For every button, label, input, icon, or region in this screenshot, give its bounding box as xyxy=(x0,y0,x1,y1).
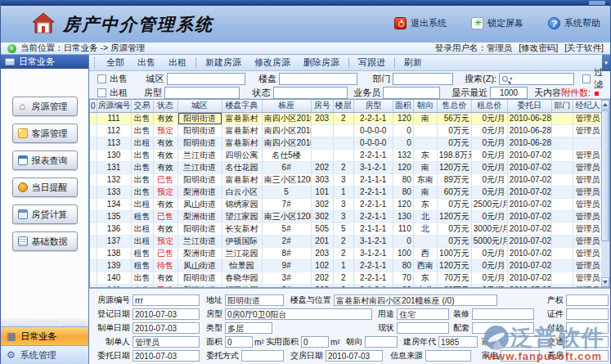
cell-facing[interactable]: 南 xyxy=(413,161,437,173)
cell-rent[interactable]: 2500元/月 xyxy=(471,198,507,210)
cell-attach[interactable] xyxy=(90,173,97,186)
cell-dept[interactable] xyxy=(551,259,573,272)
cell-code[interactable]: 136 xyxy=(97,222,131,235)
cell-status[interactable]: 已售 xyxy=(153,210,177,222)
cell-room[interactable]: 302 xyxy=(311,198,333,210)
toolbar-item-all[interactable]: 全部 xyxy=(100,55,131,70)
cell-sale[interactable]: 120万元 xyxy=(437,161,471,173)
cell-date[interactable]: 2010-07-02 xyxy=(507,173,551,186)
cell-agent[interactable]: 管理员 xyxy=(573,222,602,235)
scroll-thumb[interactable] xyxy=(601,110,609,241)
cell-attach[interactable] xyxy=(90,149,97,161)
cell-sale[interactable]: 120万元 xyxy=(437,210,471,222)
sidebar-button-loan-calc[interactable]: 房贷计算 xyxy=(12,204,78,224)
cell-status[interactable]: 已售 xyxy=(153,247,177,259)
cell-layout[interactable]: 0-0-0-0 xyxy=(353,137,393,149)
cell-status[interactable]: 待售 xyxy=(153,259,177,272)
cell-facing[interactable]: 东 xyxy=(413,198,437,210)
cell-area[interactable]: 120 xyxy=(393,161,413,173)
cell-rent[interactable]: 3000元/月 xyxy=(471,222,507,235)
cell-facing[interactable] xyxy=(413,137,437,149)
detail-input-furniture[interactable] xyxy=(501,336,540,348)
column-header-status[interactable]: 状态 xyxy=(153,100,177,112)
cell-floor[interactable]: 2 xyxy=(333,247,353,259)
table-row[interactable]: 111出售有效阳明街道富巷新村南四小区201幢20322-2-1-1120南56… xyxy=(90,112,603,124)
cell-date[interactable]: 2010-06-28 xyxy=(507,137,551,149)
cell-layout[interactable]: 2-2-1-1 xyxy=(353,210,393,222)
column-header-area[interactable]: 面积 xyxy=(393,100,413,112)
cell-area[interactable]: 80 xyxy=(393,259,413,272)
column-header-rent[interactable]: 租总价 xyxy=(471,100,507,112)
cell-block[interactable]: 5# xyxy=(262,222,311,235)
toolbar-item-rent[interactable]: 出租 xyxy=(162,55,193,70)
cell-floor[interactable]: 3 xyxy=(333,210,353,222)
cell-rent[interactable]: 0元/月 xyxy=(471,247,507,259)
detail-input-layout[interactable]: 0房0厅0卫0阳台 xyxy=(225,308,372,320)
table-row[interactable]: 130出售有效兰江街道四明公寓名仕5楼2-2-1-1132东198.8万元0元/… xyxy=(90,149,603,161)
table-row[interactable]: 135租售已售梨洲街道望江家园南三小区120幢30232-2-1-1130北12… xyxy=(90,210,603,222)
cell-rent[interactable]: 0元/月 xyxy=(471,137,507,149)
cell-floor[interactable]: 2 xyxy=(333,112,353,124)
detail-input-type[interactable]: 多层 xyxy=(225,322,272,334)
cell-code[interactable]: 135 xyxy=(97,210,131,222)
table-row[interactable]: 136出租有效阳明街道长安新村5#50552-1-1-1110北0万元3000元… xyxy=(90,222,603,235)
cell-floor[interactable]: 1 xyxy=(333,259,353,272)
detail-input-area[interactable]: 0 xyxy=(225,336,253,348)
cell-code[interactable]: 138 xyxy=(97,247,131,259)
cell-area[interactable]: 120 xyxy=(393,198,413,210)
cell-facing[interactable]: 东南 xyxy=(413,173,437,186)
window-controls[interactable] xyxy=(589,1,605,5)
cell-facing[interactable]: 东 xyxy=(413,272,437,284)
column-header-estate[interactable]: 楼盘字典 xyxy=(222,100,262,112)
cell-district[interactable]: 兰江街道 xyxy=(177,149,222,161)
cell-estate[interactable]: 名仕花园 xyxy=(222,161,262,173)
cell-status[interactable]: 有效 xyxy=(153,198,177,210)
cell-dept[interactable] xyxy=(551,210,573,222)
cell-district[interactable]: 梨洲街道 xyxy=(177,186,222,198)
detail-input-build-year[interactable]: 1985 xyxy=(438,336,478,348)
estate-input[interactable] xyxy=(279,73,357,85)
cell-layout[interactable]: 3-1-2-1 xyxy=(353,161,393,173)
cell-attach[interactable] xyxy=(90,124,97,137)
cell-district[interactable]: 阳明街道 xyxy=(177,137,222,149)
detail-input-make-date[interactable]: 2010-07-03 xyxy=(133,322,200,334)
cell-district[interactable]: 凤山街道 xyxy=(177,259,222,272)
dept-input[interactable] xyxy=(393,73,453,85)
detail-input-reg-date[interactable]: 2010-07-03 xyxy=(133,308,200,320)
scroll-up-icon[interactable] xyxy=(601,100,609,110)
cell-room[interactable]: 203 xyxy=(311,247,333,259)
sidebar-button-today-reminder[interactable]: 当日提醒 xyxy=(12,178,78,197)
cell-estate[interactable]: 富巷新村 xyxy=(222,124,262,137)
cell-rent[interactable]: 0元/月 xyxy=(471,149,507,161)
cell-sale[interactable]: 89万元 xyxy=(437,173,471,186)
table-row[interactable]: 113出租有效阳明街道富巷新村南四小区201幢0-0-0-000万元0元/月20… xyxy=(90,137,603,149)
cell-date[interactable]: 2010-07-02 xyxy=(507,198,551,210)
table-scrollbar[interactable] xyxy=(601,99,610,288)
nav-item-daily-business[interactable]: ▦日常业务 xyxy=(1,326,88,345)
table-row[interactable]: 137出租预定兰江街道伊顿国际2#20123-1-2-100万元5000元/月2… xyxy=(90,235,603,247)
detail-input-entrust-mode[interactable] xyxy=(241,350,284,362)
cell-facing[interactable]: 南 xyxy=(413,186,437,198)
cell-block[interactable]: 3# xyxy=(262,272,311,284)
cell-status[interactable]: 预定 xyxy=(153,235,177,247)
cell-trade[interactable]: 出租 xyxy=(131,198,153,210)
cell-attach[interactable] xyxy=(90,198,97,210)
cell-code[interactable]: 137 xyxy=(97,235,131,247)
table-row[interactable]: 140出售有效阳明街道春晓华园3#20222-2-1-170东70万元0元/月2… xyxy=(90,272,603,284)
cell-block[interactable]: 2# xyxy=(262,235,311,247)
column-header-attach[interactable]: 0 xyxy=(90,100,97,112)
cell-sale[interactable]: 56万元 xyxy=(437,112,471,124)
cell-agent[interactable]: 管理员 xyxy=(573,149,602,161)
cell-district[interactable]: 阳明街道 xyxy=(177,124,222,137)
table-row[interactable]: 138租售已售梨洲街道兰江花园8#20323-1-2-1100西100万元0元/… xyxy=(90,247,603,259)
cell-layout[interactable]: 2-2-1-1 xyxy=(353,186,393,198)
cell-date[interactable]: 2010-07-02 xyxy=(507,149,551,161)
cell-rent[interactable]: 0元/月 xyxy=(471,272,507,284)
cell-agent[interactable]: 管理员 xyxy=(573,210,602,222)
cell-code[interactable]: 140 xyxy=(97,272,131,284)
cell-facing[interactable]: 北 xyxy=(413,222,437,235)
cell-date[interactable]: 2010-07-02 xyxy=(507,235,551,247)
cell-block[interactable]: 名仕5楼 xyxy=(262,149,311,161)
cell-sale[interactable]: 0万元 xyxy=(437,222,471,235)
cell-estate[interactable]: 怡景园 xyxy=(222,259,262,272)
